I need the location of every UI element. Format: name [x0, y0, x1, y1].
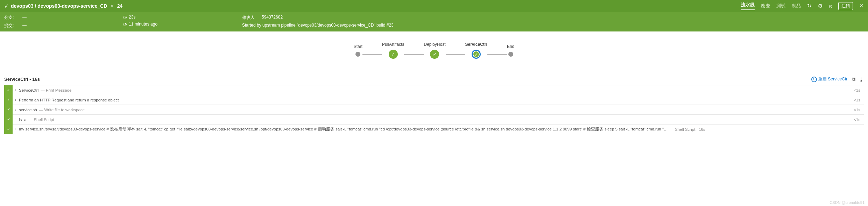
restart-icon: ↻ [811, 77, 817, 82]
gear-icon[interactable]: ⚙ [818, 3, 823, 9]
commit-value: — [22, 23, 27, 29]
duration-value: 23s [129, 15, 135, 20]
clock-icon: ◷ [123, 15, 127, 20]
restart-stage-link[interactable]: ↻ 重启 ServiceCtrl [811, 76, 848, 82]
steps-title: ServiceCtrl - 16s [4, 77, 40, 82]
chevron-right-icon[interactable]: › [13, 88, 19, 92]
chevron-right-icon[interactable]: › [13, 108, 19, 112]
connector [404, 54, 424, 55]
check-icon: ✓ [4, 85, 13, 95]
check-icon: ✓ [4, 125, 13, 134]
tab-changes[interactable]: 改变 [761, 3, 770, 9]
chevron-right-icon[interactable]: › [13, 98, 19, 102]
step-row[interactable]: ✓ › ls -a — Shell Script <1s [4, 114, 864, 124]
modifier-value: 594372682 [262, 15, 283, 21]
register-button[interactable]: 注销 [838, 2, 853, 10]
stage-dot-icon [355, 52, 360, 57]
tab-tests[interactable]: 测试 [776, 3, 785, 9]
tab-artifacts[interactable]: 制品 [792, 3, 801, 9]
chevron-right-icon[interactable]: › [13, 118, 19, 121]
check-icon: ✓ [430, 50, 439, 59]
check-icon: ✓ [4, 115, 13, 125]
rerun-icon[interactable]: ↻ [807, 3, 812, 9]
prev-run-arrow[interactable]: < [111, 3, 113, 9]
breadcrumb[interactable]: devops03 / devops03-devops-service_CD [11, 3, 107, 9]
stage-start[interactable]: Start [354, 44, 362, 57]
branch-value: — [22, 15, 27, 21]
connector [487, 54, 507, 55]
connector [362, 54, 382, 55]
step-row[interactable]: ✓ › Perform an HTTP Request and return a… [4, 95, 864, 105]
pipeline-timeline: Start PullArtifacts ✓ DeployHost ✓ Servi… [0, 31, 868, 76]
connector [446, 54, 465, 55]
modifier-label: 修改人 [242, 15, 255, 21]
run-number: 24 [117, 3, 123, 9]
stage-end[interactable]: End [507, 44, 514, 57]
check-icon: ✓ [472, 50, 481, 59]
chevron-right-icon[interactable]: › [13, 127, 19, 131]
check-icon: ✓ [4, 95, 13, 105]
time-icon: ◔ [123, 22, 127, 27]
close-icon[interactable]: ✕ [859, 3, 864, 9]
open-external-icon[interactable]: ⧉ [852, 76, 855, 82]
stage-service-ctrl[interactable]: ServiceCtrl ✓ [465, 42, 487, 59]
stage-deploy-host[interactable]: DeployHost ✓ [424, 42, 445, 59]
check-icon: ✓ [389, 50, 398, 59]
step-row[interactable]: ✓ › ServiceCtrl — Print Message <1s [4, 85, 864, 95]
logout-icon[interactable]: ⎋ [829, 3, 832, 9]
step-row[interactable]: ✓ › service.sh — Write file to workspace… [4, 105, 864, 114]
stage-dot-icon [508, 52, 513, 57]
branch-label: 分支: [4, 15, 15, 21]
status-check-icon: ✓ [4, 3, 9, 9]
step-row[interactable]: ✓ › mv service.sh /srv/salt/devops03-dev… [4, 124, 864, 134]
stage-pull-artifacts[interactable]: PullArtifacts ✓ [382, 42, 404, 59]
commit-label: 提交: [4, 23, 15, 29]
check-icon: ✓ [4, 105, 13, 115]
tab-pipeline[interactable]: 流水线 [741, 2, 755, 10]
download-icon[interactable]: ⭳ [859, 77, 864, 82]
age-value: 11 minutes ago [129, 22, 157, 27]
started-by: Started by upstream pipeline "devops03/d… [242, 23, 394, 28]
